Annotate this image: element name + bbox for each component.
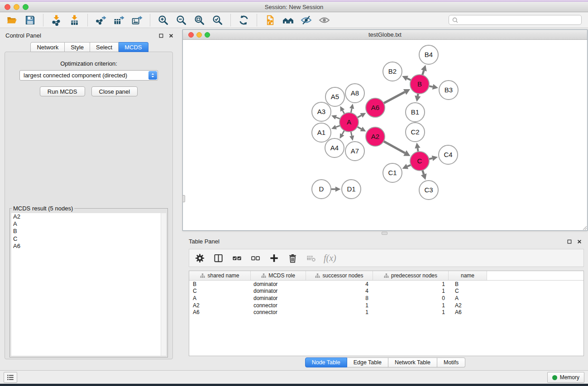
node-A2[interactable]: A2 bbox=[366, 127, 385, 146]
result-node-A[interactable]: A bbox=[11, 220, 166, 228]
tab-edge-table[interactable]: Edge Table bbox=[347, 357, 388, 367]
tab-node-table[interactable]: Node Table bbox=[305, 357, 347, 367]
node-A5[interactable]: A5 bbox=[325, 87, 344, 106]
close-panel-icon[interactable] bbox=[168, 33, 174, 38]
node-C2[interactable]: C2 bbox=[406, 123, 425, 142]
column-header-shared-name[interactable]: shared name bbox=[189, 271, 251, 280]
tab-select[interactable]: Select bbox=[90, 42, 119, 52]
node-A3[interactable]: A3 bbox=[312, 102, 331, 121]
table-row-A2[interactable]: A2connector11A2 bbox=[189, 302, 583, 309]
home-view-button[interactable] bbox=[281, 14, 296, 27]
add-entry-button[interactable] bbox=[268, 252, 280, 264]
node-A7[interactable]: A7 bbox=[345, 142, 364, 161]
search-input[interactable] bbox=[459, 16, 581, 24]
export-network-button[interactable] bbox=[93, 14, 108, 27]
float-panel-icon[interactable] bbox=[158, 33, 164, 38]
node-D[interactable]: D bbox=[312, 180, 331, 199]
export-image-button[interactable] bbox=[129, 14, 144, 27]
table-settings-button[interactable] bbox=[194, 252, 206, 264]
svg-text:A7: A7 bbox=[351, 147, 359, 155]
column-header-successor-nodes[interactable]: successor nodes bbox=[306, 271, 373, 280]
close-panel-button[interactable]: Close panel bbox=[91, 86, 138, 96]
columns-view-button[interactable] bbox=[212, 252, 224, 264]
result-node-A2[interactable]: A2 bbox=[11, 213, 166, 220]
network-from-file-button[interactable] bbox=[263, 14, 277, 27]
cell: 4 bbox=[306, 288, 373, 294]
tab-network[interactable]: Network bbox=[30, 42, 65, 52]
node-C1[interactable]: C1 bbox=[383, 163, 402, 182]
memory-button[interactable]: Memory bbox=[547, 372, 584, 383]
table-row-A[interactable]: Adominator80A bbox=[189, 295, 583, 302]
svg-text:A5: A5 bbox=[331, 93, 339, 100]
node-C[interactable]: C bbox=[410, 152, 429, 171]
table-close-panel-icon[interactable] bbox=[576, 238, 582, 244]
network-graph: B4B2BB3A8A5A6A3B1AA1C2A2A4A7C4CC1DD1C3 bbox=[183, 40, 587, 230]
search-field[interactable] bbox=[449, 15, 582, 25]
node-B[interactable]: B bbox=[410, 75, 429, 94]
select-all-checkbox-button[interactable] bbox=[231, 252, 243, 264]
network-canvas[interactable]: B4B2BB3A8A5A6A3B1AA1C2A2A4A7C4CC1DD1C3 bbox=[183, 40, 587, 230]
cell: B bbox=[189, 281, 251, 287]
open-session-button[interactable] bbox=[5, 14, 19, 27]
column-header-MCDS-role[interactable]: MCDS role bbox=[251, 271, 306, 280]
horizontal-divider[interactable] bbox=[182, 231, 588, 235]
zoom-fit-button[interactable] bbox=[192, 14, 207, 27]
table-row-A6[interactable]: A6connector11A6 bbox=[189, 309, 583, 316]
node-C4[interactable]: C4 bbox=[439, 145, 458, 164]
tab-motifs[interactable]: Motifs bbox=[437, 357, 465, 367]
zoom-fit-icon bbox=[194, 14, 205, 26]
resize-grip-icon[interactable] bbox=[582, 225, 587, 230]
table-float-panel-icon[interactable] bbox=[566, 238, 572, 244]
export-table-button[interactable] bbox=[111, 14, 126, 27]
column-header-predecessor-nodes[interactable]: predecessor nodes bbox=[373, 271, 449, 280]
tab-mcds[interactable]: MCDS bbox=[119, 42, 148, 52]
hide-graphics-details-button[interactable] bbox=[299, 14, 314, 27]
result-scrollbar[interactable] bbox=[161, 213, 166, 356]
table-row-B[interactable]: Bdominator41B bbox=[189, 281, 583, 288]
left-splitter-handle[interactable] bbox=[182, 195, 185, 202]
node-A8[interactable]: A8 bbox=[345, 84, 364, 103]
cell: B bbox=[449, 281, 487, 287]
svg-text:A1: A1 bbox=[317, 129, 325, 136]
result-node-C[interactable]: C bbox=[11, 235, 166, 243]
arrowhead-D-D1 bbox=[335, 186, 341, 192]
import-network-button[interactable] bbox=[49, 14, 64, 27]
tab-network-table[interactable]: Network Table bbox=[388, 357, 437, 367]
node-A1[interactable]: A1 bbox=[312, 123, 331, 142]
run-mcds-button[interactable]: Run MCDS bbox=[40, 86, 85, 96]
tab-style[interactable]: Style bbox=[65, 42, 90, 52]
zoom-in-button[interactable] bbox=[156, 14, 171, 27]
import-table-button[interactable] bbox=[67, 14, 82, 27]
show-graphics-details-button[interactable] bbox=[317, 14, 332, 27]
node-B1[interactable]: B1 bbox=[406, 103, 425, 122]
cell: A2 bbox=[189, 302, 251, 309]
network-window-titlebar[interactable]: testGlobe.txt bbox=[183, 30, 587, 40]
export-network-icon bbox=[95, 14, 106, 26]
node-B4[interactable]: B4 bbox=[419, 45, 438, 64]
result-node-B[interactable]: B bbox=[11, 228, 166, 235]
node-A4[interactable]: A4 bbox=[325, 138, 344, 157]
divider-handle[interactable] bbox=[382, 232, 387, 235]
node-A[interactable]: A bbox=[339, 113, 359, 132]
cell: 1 bbox=[373, 281, 449, 287]
criterion-selected-value: largest connected component (directed) bbox=[24, 72, 127, 79]
table-row-C[interactable]: Cdominator41C bbox=[189, 288, 583, 295]
cell: A bbox=[189, 295, 251, 301]
column-header-name[interactable]: name bbox=[449, 271, 487, 280]
save-session-button[interactable] bbox=[23, 14, 38, 27]
window-title: Session: New Session bbox=[0, 2, 588, 12]
node-D1[interactable]: D1 bbox=[342, 180, 361, 199]
deselect-all-checkbox-button[interactable] bbox=[249, 252, 261, 264]
task-history-button[interactable] bbox=[4, 372, 17, 383]
node-B3[interactable]: B3 bbox=[439, 81, 458, 100]
zoom-out-button[interactable] bbox=[174, 14, 189, 27]
criterion-select[interactable]: largest connected component (directed) bbox=[19, 70, 158, 81]
delete-entry-button[interactable] bbox=[287, 252, 298, 264]
zoom-selected-button[interactable] bbox=[210, 14, 225, 27]
node-C3[interactable]: C3 bbox=[419, 181, 438, 200]
add-entry-icon bbox=[269, 253, 279, 263]
refresh-layout-button[interactable] bbox=[236, 14, 251, 27]
result-node-A6[interactable]: A6 bbox=[11, 243, 166, 250]
node-A6[interactable]: A6 bbox=[366, 98, 385, 117]
node-B2[interactable]: B2 bbox=[383, 62, 402, 81]
